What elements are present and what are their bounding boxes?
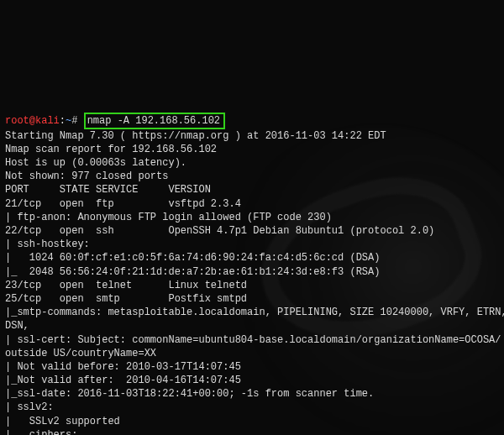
output-line: |_smtp-commands: metasploitable.localdom… <box>5 306 499 319</box>
output-line: |_Not valid after: 2010-04-16T14:07:45 <box>5 374 499 387</box>
output-line: | SSLv2 supported <box>5 415 499 428</box>
output-line: 22/tcp open ssh OpenSSH 4.7p1 Debian 8ub… <box>5 224 499 238</box>
prompt-at: @ <box>29 115 35 127</box>
output-line: 25/tcp open smtp Postfix smtpd <box>5 292 499 306</box>
output-line: Not shown: 977 closed ports <box>5 170 499 183</box>
command-highlight-box: nmap -A 192.168.56.102 <box>84 113 225 129</box>
output-line: 21/tcp open ftp vsftpd 2.3.4 <box>5 197 499 211</box>
output-line: | Not valid before: 2010-03-17T14:07:45 <box>5 360 499 374</box>
prompt-sep-colon: : <box>60 115 66 127</box>
output-line: | ssl-cert: Subject: commonName=ubuntu80… <box>5 333 499 347</box>
prompt-host: kali <box>35 115 60 127</box>
output-line: | ftp-anon: Anonymous FTP login allowed … <box>5 211 499 224</box>
prompt-user: root <box>5 115 29 127</box>
prompt: root@kali:~# <box>5 115 84 127</box>
output-line: | ciphers: <box>5 428 499 435</box>
output-line: outside US/countryName=XX <box>5 347 499 360</box>
output-line: PORT STATE SERVICE VERSION <box>5 183 499 197</box>
output-line: Starting Nmap 7.30 ( https://nmap.org ) … <box>5 129 499 143</box>
output-lines: Starting Nmap 7.30 ( https://nmap.org ) … <box>5 129 499 435</box>
output-line: |_ 2048 56:56:24:0f:21:1d:de:a7:2b:ae:61… <box>5 265 499 279</box>
output-line: | 1024 60:0f:cf:e1:c0:5f:6a:74:d6:90:24:… <box>5 251 499 265</box>
command-text: nmap -A 192.168.56.102 <box>87 115 220 127</box>
output-line: | sslv2: <box>5 401 499 414</box>
output-line: 23/tcp open telnet Linux telnetd <box>5 279 499 292</box>
terminal-output[interactable]: root@kali:~# nmap -A 192.168.56.102 Star… <box>5 98 499 435</box>
output-line: Host is up (0.00063s latency). <box>5 156 499 170</box>
prompt-hash: # <box>71 115 83 127</box>
output-line: | ssh-hostkey: <box>5 238 499 251</box>
output-line: DSN, <box>5 319 499 333</box>
output-line: |_ssl-date: 2016-11-03T18:22:41+00:00; -… <box>5 387 499 401</box>
output-line: Nmap scan report for 192.168.56.102 <box>5 143 499 156</box>
